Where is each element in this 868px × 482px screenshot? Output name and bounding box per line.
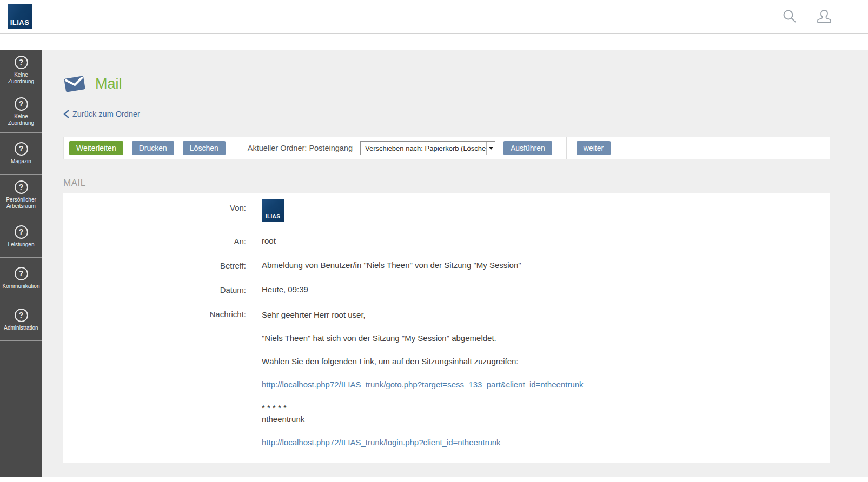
- sidebar-item-leistungen[interactable]: ? Leistungen: [0, 216, 42, 258]
- forward-button[interactable]: Weiterleiten: [69, 141, 123, 155]
- user-icon[interactable]: [816, 9, 832, 25]
- date-value: Heute, 09:39: [262, 285, 308, 294]
- to-label: An:: [63, 236, 246, 246]
- message-body-line: "Niels Theen" hat sich von der Sitzung "…: [262, 332, 584, 344]
- sub-header-strip: [0, 34, 868, 50]
- sidebar-item-label: Leistungen: [8, 242, 35, 249]
- sidebar-item-label: Keine Zuordnung: [1, 113, 41, 127]
- message-body: Sehr geehrter Herr root user, "Niels The…: [262, 309, 584, 448]
- mail-field-message: Nachricht: Sehr geehrter Herr root user,…: [63, 309, 819, 448]
- sidebar-item-keine-zuordnung-2[interactable]: ? Keine Zuordnung: [0, 91, 42, 133]
- backlink-row: Zurück zum Ordner: [63, 110, 830, 125]
- ilias-logo[interactable]: ILIAS: [8, 4, 32, 29]
- move-to-select[interactable]: Verschieben nach: Papierkorb (Löschen): [360, 141, 495, 155]
- sidebar-item-label: Administration: [4, 325, 38, 332]
- next-button[interactable]: weiter: [577, 141, 611, 155]
- top-header: ILIAS: [0, 0, 868, 34]
- move-to-select-value: Verschieben nach: Papierkorb (Löschen): [361, 144, 486, 152]
- chevron-left-icon: [63, 110, 69, 118]
- print-button[interactable]: Drucken: [132, 141, 174, 155]
- execute-button[interactable]: Ausführen: [503, 141, 552, 155]
- mail-field-subject: Betreff: Abmeldung von Benutzer/in "Niel…: [63, 260, 819, 270]
- toolbar-separator: [566, 137, 567, 159]
- message-body-line: Wählen Sie den folgenden Link, um auf de…: [262, 356, 584, 367]
- footer-strip: [0, 477, 868, 481]
- mail-toolbar: Weiterleiten Drucken Löschen Aktueller O…: [63, 137, 830, 159]
- message-signature: * * * * *ntheentrunk: [262, 402, 584, 425]
- message-label: Nachricht:: [63, 309, 246, 448]
- mail-field-from: Von: ILIAS: [63, 203, 819, 222]
- sidebar-item-label: Keine Zuordnung: [1, 72, 41, 85]
- question-circle-icon: ?: [15, 142, 28, 156]
- to-value: root: [262, 236, 276, 246]
- page-title: Mail: [95, 76, 122, 92]
- current-folder-text: Aktueller Ordner: Posteingang: [248, 144, 353, 152]
- login-link[interactable]: http://localhost.php72/ILIAS_trunk/login…: [262, 438, 501, 447]
- sidebar-item-persoenlicher-arbeitsraum[interactable]: ? Persönlicher Arbeitsraum: [0, 175, 42, 216]
- mail-section-title: MAIL: [63, 178, 830, 189]
- sidebar-item-magazin[interactable]: ? Magazin: [0, 133, 42, 175]
- subject-label: Betreff:: [63, 260, 246, 270]
- question-circle-icon: ?: [15, 56, 28, 69]
- question-circle-icon: ?: [15, 309, 28, 322]
- sidebar-item-kommunikation[interactable]: ? Kommunikation: [0, 258, 42, 299]
- question-circle-icon: ?: [15, 267, 28, 280]
- search-icon[interactable]: [781, 9, 798, 25]
- mail-panel: Von: ILIAS An: root Betreff: Abmeldung v…: [63, 193, 830, 463]
- main-sidebar: ? Keine Zuordnung ? Keine Zuordnung ? Ma…: [0, 50, 42, 477]
- date-label: Datum:: [63, 285, 246, 294]
- delete-button[interactable]: Löschen: [183, 141, 226, 155]
- question-circle-icon: ?: [15, 97, 28, 111]
- page-title-row: Mail: [63, 73, 830, 94]
- sender-avatar: ILIAS: [262, 199, 284, 222]
- back-to-folder-link[interactable]: Zurück zum Ordner: [63, 110, 140, 118]
- mail-field-date: Datum: Heute, 09:39: [63, 285, 819, 294]
- session-link[interactable]: http://localhost.php72/ILIAS_trunk/goto.…: [262, 380, 584, 389]
- sidebar-item-label: Persönlicher Arbeitsraum: [1, 197, 41, 210]
- ilias-logo-text: ILIAS: [10, 18, 30, 29]
- question-circle-icon: ?: [15, 180, 28, 194]
- toolbar-separator: [240, 137, 240, 159]
- mail-envelope-icon: [63, 73, 86, 94]
- subject-value: Abmeldung von Benutzer/in "Niels Theen" …: [262, 260, 521, 270]
- main-content: Mail Zurück zum Ordner Weiterleiten Druc…: [42, 50, 868, 477]
- sidebar-item-administration[interactable]: ? Administration: [0, 299, 42, 341]
- sender-avatar-text: ILIAS: [266, 213, 281, 222]
- mail-field-to: An: root: [63, 236, 819, 246]
- select-dropdown-arrow-icon: [486, 142, 495, 155]
- from-label: Von:: [63, 203, 246, 222]
- header-actions: [781, 9, 868, 25]
- sidebar-item-label: Magazin: [11, 158, 31, 165]
- sidebar-item-keine-zuordnung-1[interactable]: ? Keine Zuordnung: [0, 50, 42, 91]
- question-circle-icon: ?: [15, 225, 28, 239]
- sidebar-item-label: Kommunikation: [3, 283, 40, 290]
- message-greeting: Sehr geehrter Herr root user,: [262, 309, 584, 320]
